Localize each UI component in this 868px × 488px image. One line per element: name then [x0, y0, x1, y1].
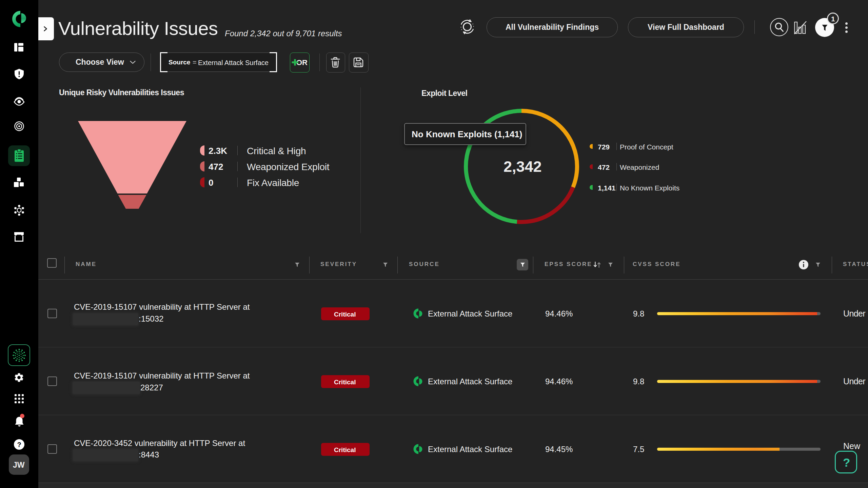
svg-text:?: ? [17, 441, 21, 448]
